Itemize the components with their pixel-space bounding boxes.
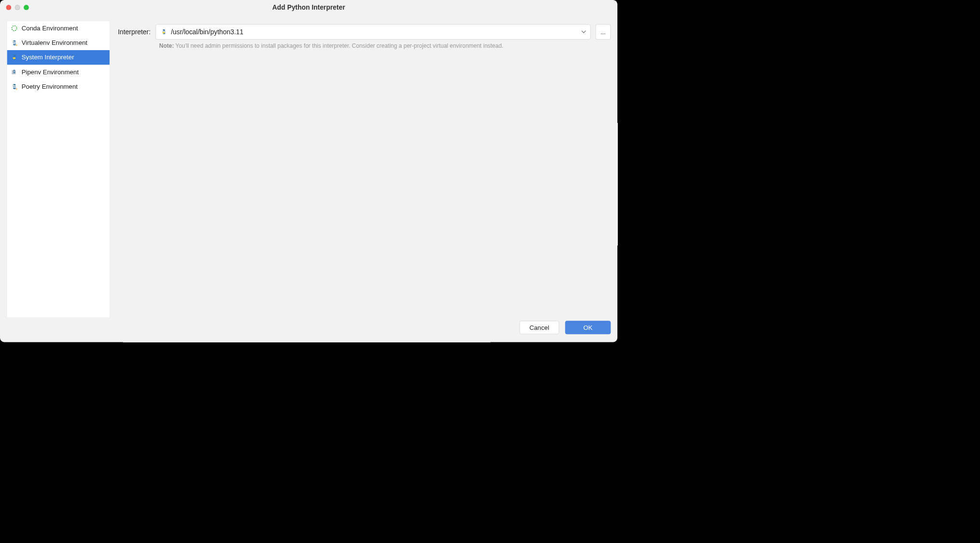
- minimize-window-button[interactable]: [15, 5, 20, 10]
- svg-point-3: [13, 84, 14, 85]
- window-title: Add Python Interpreter: [272, 3, 345, 11]
- sidebar-item-system[interactable]: System Interpreter: [7, 50, 109, 65]
- sidebar-item-label: System Interpreter: [22, 54, 74, 61]
- sidebar-item-label: Conda Environment: [22, 25, 78, 32]
- sidebar-item-conda[interactable]: Conda Environment: [7, 21, 109, 35]
- interpreter-type-sidebar: Conda Environment v Virtualenv Environme…: [7, 21, 110, 318]
- sidebar-item-poetry[interactable]: v Poetry Environment: [7, 79, 109, 94]
- titlebar: Add Python Interpreter: [0, 0, 617, 14]
- pipenv-icon: [11, 68, 18, 76]
- button-label: OK: [583, 324, 592, 331]
- window-controls: [6, 5, 29, 10]
- main-panel: Interpreter: /usr/local/bin/python3.11: [118, 21, 611, 318]
- interpreter-label: Interpreter:: [118, 28, 150, 36]
- svg-text:v: v: [16, 87, 17, 90]
- chevron-down-icon: [581, 29, 586, 34]
- interpreter-row: Interpreter: /usr/local/bin/python3.11: [118, 24, 611, 40]
- dialog-footer: Cancel OK: [0, 318, 617, 342]
- zoom-window-button[interactable]: [24, 5, 29, 10]
- note-bold: Note:: [159, 42, 174, 49]
- sidebar-item-label: Poetry Environment: [22, 83, 78, 90]
- conda-icon: [11, 25, 18, 32]
- svg-point-0: [12, 26, 16, 30]
- sidebar-item-pipenv[interactable]: Pipenv Environment: [7, 65, 109, 79]
- note-text: You'll need admin permissions to install…: [176, 42, 504, 49]
- dialog-body: Conda Environment v Virtualenv Environme…: [0, 14, 617, 318]
- dialog-window: Add Python Interpreter Conda Environment…: [0, 0, 617, 342]
- interpreter-note: Note: You'll need admin permissions to i…: [159, 42, 611, 49]
- poetry-icon: v: [11, 83, 18, 90]
- close-window-button[interactable]: [6, 5, 12, 10]
- cancel-button[interactable]: Cancel: [519, 321, 559, 334]
- ok-button[interactable]: OK: [565, 321, 611, 334]
- python-venv-icon: v: [11, 39, 18, 46]
- ellipsis-icon: ...: [600, 28, 606, 35]
- python-icon: [160, 28, 167, 36]
- browse-button[interactable]: ...: [596, 24, 611, 40]
- button-label: Cancel: [530, 324, 549, 331]
- python-icon: [11, 54, 18, 61]
- svg-text:v: v: [16, 43, 17, 46]
- interpreter-combobox[interactable]: /usr/local/bin/python3.11: [155, 24, 590, 40]
- sidebar-item-label: Virtualenv Environment: [22, 39, 88, 46]
- sidebar-item-virtualenv[interactable]: v Virtualenv Environment: [7, 36, 109, 50]
- svg-point-1: [13, 41, 14, 42]
- interpreter-value: /usr/local/bin/python3.11: [171, 28, 577, 36]
- sidebar-item-label: Pipenv Environment: [22, 68, 79, 76]
